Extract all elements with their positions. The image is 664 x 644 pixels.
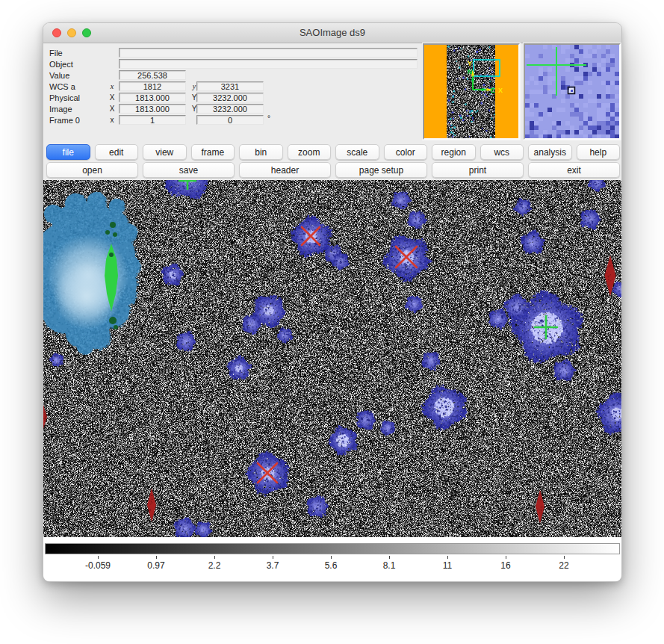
colorbar-tick (389, 556, 390, 559)
physical-y-field[interactable] (196, 93, 264, 102)
menu-view[interactable]: view (143, 144, 187, 160)
colorbar-tick (98, 556, 99, 559)
physical-label: Physical (49, 93, 80, 102)
colorbar-tick (214, 556, 215, 559)
wcs-label: WCS a (49, 82, 75, 91)
file-label: File (49, 49, 63, 58)
menu-help[interactable]: help (577, 144, 621, 160)
physical-x-field[interactable] (119, 93, 186, 102)
panner-panel[interactable] (423, 43, 520, 140)
image-x-label: X (108, 105, 117, 113)
panner-canvas[interactable] (424, 45, 518, 138)
colorbar-tick (506, 556, 506, 559)
physical-x-label: X (108, 93, 117, 102)
frame-x-label: x (108, 116, 117, 124)
colorbar-tick (156, 556, 157, 559)
frame-zoom-field[interactable] (119, 115, 186, 125)
colorbar-gradient[interactable] (45, 543, 620, 554)
colorbar-section: -0.059 0.97 2.2 3.7 5.6 8.1 11 16 22 (43, 537, 622, 582)
header-button[interactable]: header (239, 162, 331, 178)
open-button[interactable]: open (46, 162, 138, 178)
exit-button[interactable]: exit (528, 162, 620, 178)
menu-zoom[interactable]: zoom (288, 144, 332, 160)
colorbar-label: 2.2 (188, 560, 241, 571)
colorbar-label: 11 (421, 560, 474, 571)
menu-wcs[interactable]: wcs (480, 144, 524, 160)
frame-label: Frame 0 (49, 116, 80, 125)
value-field[interactable] (119, 70, 186, 80)
menu-region[interactable]: region (432, 144, 476, 160)
colorbar-label: 5.6 (305, 560, 357, 571)
page-setup-button[interactable]: page setup (335, 162, 427, 178)
object-label: Object (49, 60, 73, 69)
magnifier-panel[interactable] (524, 43, 621, 140)
colorbar-label: -0.059 (72, 560, 124, 571)
colorbar-tick (273, 556, 273, 559)
ds9-window: SAOImage ds9 File Object Value WCS a x y… (43, 22, 622, 582)
save-button[interactable]: save (143, 162, 235, 178)
colorbar-label: 22 (538, 560, 590, 571)
image-y-field[interactable] (196, 104, 264, 114)
magnifier-canvas[interactable] (525, 45, 619, 138)
menu-file[interactable]: file (46, 144, 90, 160)
wcs-y-field[interactable] (196, 81, 264, 91)
image-label: Image (49, 105, 72, 114)
value-label: Value (49, 71, 69, 80)
menu-scale[interactable]: scale (335, 144, 379, 160)
object-field[interactable] (119, 59, 418, 69)
print-button[interactable]: print (432, 162, 524, 178)
image-x-field[interactable] (119, 104, 186, 114)
colorbar-label: 16 (480, 560, 532, 571)
menu-bin[interactable]: bin (239, 144, 283, 160)
menu-color[interactable]: color (384, 144, 428, 160)
file-field[interactable] (119, 48, 418, 58)
colorbar-label: 0.97 (130, 560, 182, 571)
colorbar-tick (564, 556, 565, 559)
menu-bar: file edit view frame bin zoom scale colo… (43, 144, 622, 161)
file-actions-bar: open save header page setup print exit (43, 162, 622, 179)
menu-frame[interactable]: frame (191, 144, 235, 160)
colorbar-label: 8.1 (363, 560, 415, 571)
titlebar[interactable]: SAOImage ds9 (43, 23, 621, 43)
menu-analysis[interactable]: analysis (528, 144, 572, 160)
wcs-x-field[interactable] (119, 81, 186, 91)
window-title: SAOImage ds9 (43, 23, 621, 43)
colorbar-tick (331, 556, 332, 559)
degree-symbol: ° (267, 114, 270, 123)
colorbar-label: 3.7 (246, 560, 299, 571)
menu-edit[interactable]: edit (95, 144, 139, 160)
wcs-x-label: x (108, 82, 117, 90)
colorbar-tick (447, 556, 448, 559)
frame-rotate-field[interactable] (196, 115, 264, 125)
sky-image-canvas[interactable] (43, 180, 622, 537)
